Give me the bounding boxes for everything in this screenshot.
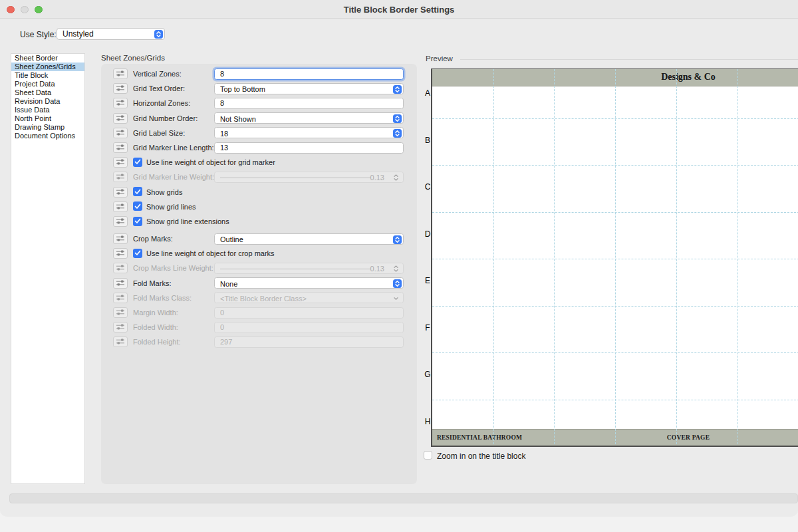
checkbox-show-grid-line-extensions[interactable] [133, 217, 142, 226]
row-crop-marks: Crop Marks:Outline [101, 232, 417, 245]
zoom-title-block-checkbox[interactable] [424, 451, 432, 460]
vertical-grid-line [493, 69, 494, 447]
dropdown-crop-marks[interactable]: Outline [214, 233, 404, 245]
sliders-icon [115, 247, 126, 259]
dropdown-grid-number-order[interactable]: Not Shown [214, 112, 404, 124]
style-parameter-toggle-button[interactable] [113, 157, 128, 168]
row-grid-text-order: Grid Text Order:Top to Bottom [101, 82, 417, 95]
zone-letter-f: F [422, 323, 433, 332]
style-parameter-toggle-button[interactable] [113, 142, 128, 153]
sidebar-item-revision-data[interactable]: Revision Data [11, 97, 84, 106]
zone-letter-a: A [422, 88, 433, 98]
style-parameter-toggle-button[interactable] [113, 113, 128, 124]
sidebar-item-sheet-zones-grids[interactable]: Sheet Zones/Grids [11, 63, 84, 71]
style-parameter-toggle-button[interactable] [113, 201, 128, 212]
style-parameter-toggle-button[interactable] [113, 68, 128, 79]
style-parameter-toggle-button[interactable] [113, 128, 128, 138]
sheet-zones-grids-panel: Vertical Zones:Grid Text Order:Top to Bo… [101, 64, 417, 484]
sliders-icon [115, 112, 126, 124]
dropdown-grid-label-size[interactable]: 18 [214, 127, 404, 138]
sidebar-item-north-point[interactable]: North Point [11, 114, 84, 123]
preview-label: Preview [426, 55, 453, 63]
chevron-down-icon [392, 294, 400, 305]
use-style-value: Unstyled [63, 29, 94, 39]
checkbox-use-line-weight-of-object-for-grid-marker[interactable] [133, 158, 142, 167]
horizontal-grid-line [432, 400, 798, 400]
style-parameter-toggle-button[interactable] [113, 307, 128, 318]
sidebar-item-sheet-border[interactable]: Sheet Border [11, 54, 84, 63]
dropdown-grid-text-order[interactable]: Top to Bottom [214, 83, 404, 94]
sidebar-item-title-block[interactable]: Title Block [11, 71, 84, 80]
bottom-resize-bar[interactable] [9, 493, 798, 503]
row-fold-marks-class: Fold Marks Class:<Title Block Border Cla… [101, 291, 417, 305]
checkbox-show-grids[interactable] [133, 187, 142, 196]
horizontal-grid-line [432, 165, 798, 166]
sliders-icon [115, 156, 126, 168]
style-parameter-toggle-button[interactable] [113, 322, 128, 332]
checkbox-use-line-weight-of-object-for-crop-marks[interactable] [133, 249, 142, 258]
dropdown-stepper-icon [393, 279, 402, 288]
row-horizontal-zones: Horizontal Zones: [101, 96, 417, 110]
dropdown-stepper-icon [393, 85, 402, 94]
section-title: Sheet Zones/Grids [101, 54, 165, 62]
style-parameter-toggle-button[interactable] [113, 263, 128, 273]
style-parameter-toggle-button[interactable] [113, 293, 128, 303]
sidebar-item-issue-data[interactable]: Issue Data [11, 106, 84, 114]
style-parameter-toggle-button[interactable] [113, 98, 128, 108]
horizontal-grid-line [432, 352, 798, 353]
row-show-grids: Show grids [101, 186, 417, 199]
sidebar-item-drawing-stamp[interactable]: Drawing Stamp [11, 123, 84, 132]
style-parameter-toggle-button[interactable] [113, 278, 128, 289]
sheet-preview: Designs & Co RESIDENTIAL BATHROOM COVER … [431, 68, 798, 447]
lineweight-crop-marks-line-weight: 0.13 [214, 263, 404, 274]
vertical-grid-line [615, 69, 616, 447]
zone-letter-b: B [422, 136, 433, 145]
vertical-grid-line [737, 69, 738, 447]
horizontal-grid-line [432, 212, 798, 213]
titlebar: Title Block Border Settings [0, 0, 798, 19]
use-style-dropdown[interactable]: Unstyled [57, 28, 165, 40]
input-margin-width [214, 307, 404, 319]
sliders-icon [115, 68, 126, 80]
checkbox-show-grid-lines[interactable] [133, 201, 142, 211]
sliders-icon [115, 97, 126, 109]
row-grid-number-order: Grid Number Order:Not Shown [101, 112, 417, 125]
input-folded-width [214, 322, 404, 333]
zone-letter-c: C [422, 182, 433, 192]
title-block-border-settings-window: Title Block Border Settings Use Style: U… [0, 0, 798, 517]
horizontal-grid-line [432, 259, 798, 259]
zone-letter-d: D [422, 229, 433, 239]
sliders-icon [115, 215, 126, 227]
row-use-line-weight-of-object-for-crop-marks: Use line weight of object for crop marks [101, 247, 417, 260]
sidebar-item-project-data[interactable]: Project Data [11, 80, 84, 88]
sliders-icon [115, 127, 126, 139]
input-vertical-zones[interactable] [214, 68, 404, 80]
style-parameter-toggle-button[interactable] [113, 336, 128, 347]
row-show-grid-line-extensions: Show grid line extensions [101, 215, 417, 228]
zone-letter-h: H [422, 417, 433, 426]
horizontal-grid-line [432, 118, 798, 119]
input-folded-height [214, 336, 404, 348]
input-grid-marker-line-length[interactable] [214, 142, 404, 154]
sidebar-item-document-options[interactable]: Document Options [11, 132, 84, 140]
style-parameter-toggle-button[interactable] [113, 233, 128, 244]
line-weight-sample [220, 178, 371, 178]
dropdown-fold-marks[interactable]: None [214, 277, 404, 289]
row-grid-label-size: Grid Label Size:18 [101, 126, 417, 140]
style-parameter-toggle-button[interactable] [113, 248, 128, 259]
line-weight-sample [220, 269, 371, 269]
horizontal-grid-line [432, 306, 798, 307]
row-crop-marks-line-weight: Crop Marks Line Weight:0.13 [101, 261, 417, 275]
style-parameter-toggle-button[interactable] [113, 172, 128, 182]
use-style-label: Use Style: [20, 30, 57, 39]
style-parameter-toggle-button[interactable] [113, 216, 128, 227]
style-parameter-toggle-button[interactable] [113, 83, 128, 94]
sliders-icon [115, 142, 126, 154]
sliders-icon [115, 307, 126, 319]
zone-letter-e: E [422, 276, 433, 285]
sliders-icon [115, 262, 126, 274]
dropdown-fold-marks-class: <Title Block Border Class> [214, 292, 404, 303]
sidebar-item-sheet-data[interactable]: Sheet Data [11, 88, 84, 97]
style-parameter-toggle-button[interactable] [113, 187, 128, 198]
input-horizontal-zones[interactable] [214, 98, 404, 109]
